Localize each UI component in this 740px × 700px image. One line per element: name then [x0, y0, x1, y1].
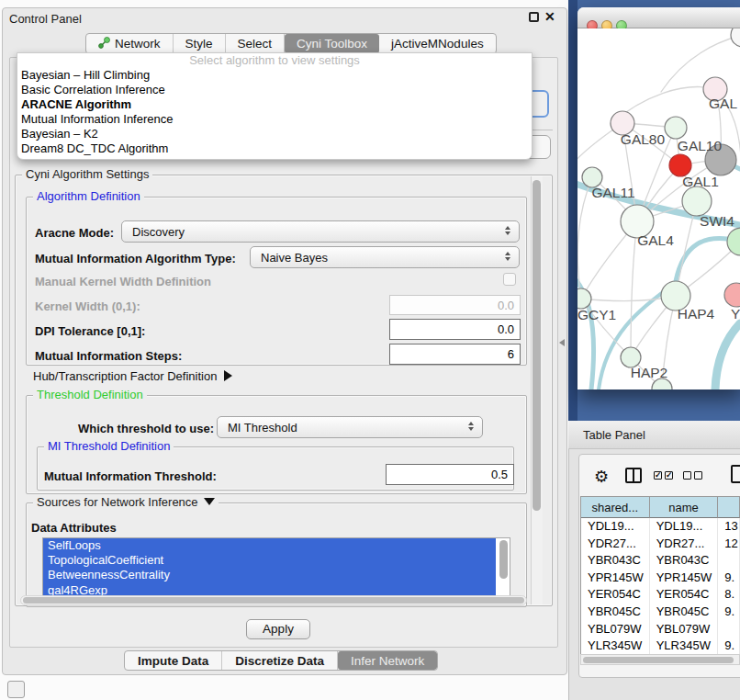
tab-cyni-toolbox[interactable]: Cyni Toolbox: [285, 34, 379, 53]
mi-algorithm-type-label: Mutual Information Algorithm Type:: [35, 252, 236, 265]
bottom-tab-discretize-data[interactable]: Discretize Data: [222, 651, 338, 670]
combo-spinner-icon: [505, 226, 510, 235]
tab-label: Style: [185, 37, 213, 51]
algorithm-dropdown-popup: Select algorithm to view settings Bayesi…: [17, 52, 533, 160]
expanded-arrow-icon: [204, 498, 215, 505]
algorithm-option-dream8-dc-tdc-algorithm[interactable]: Dream8 DC_TDC Algorithm: [17, 141, 532, 156]
tab-style[interactable]: Style: [174, 34, 226, 53]
tab-select[interactable]: Select: [226, 34, 286, 53]
tab-label: Cyni Toolbox: [297, 37, 367, 51]
kernel-width-field[interactable]: 0.0: [389, 295, 521, 315]
manual-kernel-width-checkbox[interactable]: [503, 273, 516, 286]
aracne-mode-label: Aracne Mode:: [35, 226, 114, 240]
settings-horizontal-scrollbar[interactable]: [20, 595, 527, 605]
mi-threshold-label: Mutual Information Threshold:: [44, 469, 217, 483]
control-panel-title: Control Panel: [9, 12, 82, 26]
aracne-mode-value: Discovery: [132, 225, 185, 239]
algorithm-dropdown-prompt: Select algorithm to view settings: [17, 53, 532, 68]
hub-definition-toggle[interactable]: Hub/Transcription Factor Definition: [33, 369, 232, 383]
tab-network[interactable]: Network: [86, 34, 174, 53]
cyni-algorithm-settings-title: Cyni Algorithm Settings: [22, 168, 152, 181]
attribute-item-betweennesscentrality[interactable]: BetweennessCentrality: [43, 568, 496, 582]
which-threshold-combobox[interactable]: MI Threshold: [217, 416, 483, 438]
data-attributes-list[interactable]: SelfLoopsTopologicalCoefficientBetweenne…: [42, 537, 510, 597]
algorithm-definition-title: Algorithm Definition: [33, 190, 144, 203]
mi-steps-field[interactable]: 6: [389, 344, 521, 365]
sources-title[interactable]: Sources for Network Inference: [33, 496, 219, 509]
algorithm-option-basic-correlation-inference[interactable]: Basic Correlation Inference: [17, 83, 532, 97]
bottom-tab-impute-data[interactable]: Impute Data: [125, 651, 222, 670]
data-attributes-items: SelfLoopsTopologicalCoefficientBetweenne…: [43, 538, 510, 597]
float-panel-icon[interactable]: [529, 12, 539, 22]
dpi-tolerance-field[interactable]: 0.0: [389, 319, 521, 340]
minimized-panel-icon[interactable]: [7, 681, 25, 698]
tab-bar: NetworkStyleSelectCyni ToolboxjActiveMNo…: [85, 33, 497, 54]
tab-label: Network: [115, 37, 161, 51]
algorithm-option-mutual-information-inference[interactable]: Mutual Information Inference: [17, 112, 532, 127]
manual-kernel-width-label: Manual Kernel Width Definition: [35, 275, 211, 288]
attribute-item-selfloops[interactable]: SelfLoops: [43, 538, 496, 553]
mi-algorithm-type-combobox[interactable]: Naive Bayes: [250, 246, 520, 268]
aracne-mode-combobox[interactable]: Discovery: [121, 220, 520, 243]
kernel-width-label: Kernel Width (0,1):: [35, 299, 140, 313]
settings-horizontal-scrollbar-thumb[interactable]: [23, 597, 524, 604]
screen: GALGAL80GAL10GAL1GAL11SWI4GAL4GCY1HAP4YH…: [0, 0, 740, 700]
collapsed-arrow-icon: [224, 370, 232, 381]
attribute-item-topologicalcoefficient[interactable]: TopologicalCoefficient: [43, 553, 496, 568]
data-attributes-label: Data Attributes: [31, 521, 117, 535]
mi-algorithm-type-value: Naive Bayes: [261, 251, 328, 265]
algorithm-option-bayesian-k2[interactable]: Bayesian – K2: [17, 127, 532, 141]
dpi-tolerance-label: DPI Tolerance [0,1]:: [35, 324, 145, 338]
hub-definition-label: Hub/Transcription Factor Definition: [33, 369, 217, 383]
algorithm-option-list: Bayesian – Hill ClimbingBasic Correlatio…: [17, 68, 532, 156]
sources-title-label: Sources for Network Inference: [37, 495, 198, 509]
attributes-list-scrollbar[interactable]: [499, 540, 509, 595]
algorithm-option-aracne-algorithm[interactable]: ARACNE Algorithm: [17, 97, 532, 112]
control-panel-layer: Control Panel ✕ NetworkStyleSelectCyni T…: [0, 0, 740, 700]
splitter-collapse-icon[interactable]: [559, 339, 565, 346]
tab-jactivemnodules[interactable]: jActiveMNodules: [379, 34, 496, 53]
mi-steps-label: Mutual Information Steps:: [35, 349, 182, 363]
tab-label: Select: [238, 37, 273, 51]
which-threshold-value: MI Threshold: [228, 421, 297, 435]
tab-label: jActiveMNodules: [391, 37, 484, 51]
combo-spinner-icon: [505, 252, 510, 261]
apply-button[interactable]: Apply: [246, 619, 310, 639]
which-threshold-label: Which threshold to use:: [78, 422, 214, 435]
bottom-tab-bar: Impute DataDiscretize DataInfer Network: [124, 650, 438, 671]
bottom-tab-infer-network[interactable]: Infer Network: [338, 651, 437, 670]
algorithm-option-bayesian-hill-climbing[interactable]: Bayesian – Hill Climbing: [17, 68, 532, 83]
network-icon: [98, 37, 110, 51]
attributes-list-scrollbar-thumb[interactable]: [499, 540, 508, 579]
mi-threshold-definition-title: MI Threshold Definition: [44, 440, 174, 453]
combo-spinner-icon: [468, 422, 474, 431]
threshold-definition-title: Threshold Definition: [33, 389, 147, 401]
settings-vertical-scrollbar-thumb[interactable]: [533, 180, 541, 511]
close-panel-icon[interactable]: ✕: [544, 9, 555, 24]
mi-threshold-field[interactable]: 0.5: [386, 464, 514, 485]
